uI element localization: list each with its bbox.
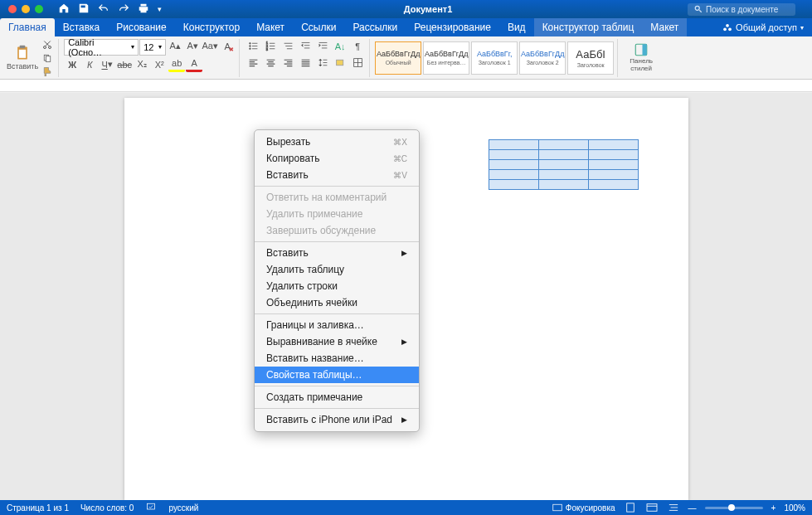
- decrease-font-icon[interactable]: A▾: [184, 39, 201, 54]
- align-left-icon[interactable]: [245, 56, 261, 70]
- svg-point-9: [49, 46, 51, 48]
- styles-gallery[interactable]: АаБбВвГгДдОбычныйАаБбВвГгДдБез интерва…А…: [372, 39, 618, 77]
- highlight-icon[interactable]: ab: [168, 57, 185, 72]
- tab-6[interactable]: Рассылки: [344, 18, 406, 36]
- styles-pane-button[interactable]: Панель стилей: [625, 42, 658, 73]
- svg-point-0: [695, 6, 699, 10]
- style-3[interactable]: АаБбВвГгДдЗаголовок 2: [519, 41, 566, 75]
- ctx-item-2[interactable]: Вставить⌘V: [255, 167, 419, 183]
- zoom-level[interactable]: 100%: [784, 503, 805, 513]
- svg-rect-22: [148, 503, 155, 509]
- tab-3[interactable]: Конструктор: [175, 18, 248, 36]
- svg-rect-24: [626, 503, 634, 512]
- ctx-item-16[interactable]: Свойства таблицы…: [255, 367, 419, 383]
- copy-icon[interactable]: [40, 52, 55, 64]
- ctx-item-8[interactable]: Вставить▶: [255, 245, 419, 261]
- ruler[interactable]: [0, 80, 812, 92]
- sort-icon[interactable]: A↓: [332, 39, 348, 54]
- italic-icon[interactable]: К: [81, 57, 98, 72]
- save-icon[interactable]: [78, 2, 90, 16]
- document-table[interactable]: [489, 139, 639, 190]
- line-spacing-icon[interactable]: [314, 56, 331, 70]
- share-button[interactable]: Общий доступ ▾: [722, 22, 804, 32]
- ctx-item-4: Ответить на комментарий: [255, 189, 419, 206]
- change-case-icon[interactable]: Aa▾: [202, 39, 218, 54]
- window-minimize-button[interactable]: [22, 5, 30, 13]
- ctx-item-0[interactable]: Вырезать⌘X: [255, 134, 419, 150]
- font-color-icon[interactable]: A: [186, 57, 202, 72]
- ctx-item-15[interactable]: Вставить название…: [255, 350, 419, 367]
- tab-7[interactable]: Рецензирование: [406, 18, 499, 36]
- outline-icon[interactable]: [667, 503, 680, 513]
- paste-button[interactable]: Вставить: [7, 45, 38, 70]
- strike-icon[interactable]: abc: [116, 57, 133, 72]
- home-icon[interactable]: [58, 2, 70, 16]
- svg-point-12: [249, 42, 250, 44]
- spellcheck-icon[interactable]: [145, 502, 157, 513]
- subscript-icon[interactable]: X₂: [134, 57, 150, 72]
- web-layout-icon[interactable]: [645, 503, 659, 513]
- cut-icon[interactable]: [40, 39, 55, 51]
- ctx-item-1[interactable]: Копировать⌘C: [255, 150, 419, 167]
- style-4[interactable]: АаБбIЗаголовок: [567, 41, 614, 75]
- style-2[interactable]: АаБбВвГг,Заголовок 1: [471, 41, 518, 75]
- clear-format-icon[interactable]: A✖: [219, 39, 236, 54]
- page-count[interactable]: Страница 1 из 1: [7, 503, 69, 513]
- tab-9[interactable]: Конструктор таблиц: [534, 18, 643, 36]
- tab-8[interactable]: Вид: [499, 18, 534, 36]
- tab-1[interactable]: Вставка: [55, 18, 109, 36]
- print-layout-icon[interactable]: [624, 503, 637, 513]
- justify-icon[interactable]: [297, 56, 314, 70]
- print-icon[interactable]: [138, 2, 149, 16]
- tab-10[interactable]: Макет: [642, 18, 687, 36]
- font-family-dropdown[interactable]: Calibri (Осно…▾: [64, 39, 139, 56]
- undo-icon[interactable]: [98, 2, 109, 16]
- search-input[interactable]: Поиск в документе: [688, 3, 795, 16]
- ctx-item-18[interactable]: Создать примечание: [255, 389, 419, 406]
- svg-point-14: [249, 48, 250, 50]
- user-icon[interactable]: [795, 4, 812, 14]
- focus-mode[interactable]: Фокусировка: [552, 503, 615, 513]
- borders-icon[interactable]: [349, 56, 366, 70]
- align-right-icon[interactable]: [280, 56, 296, 70]
- word-count[interactable]: Число слов: 0: [80, 503, 134, 513]
- zoom-in-icon[interactable]: +: [771, 503, 776, 513]
- redo-icon[interactable]: [118, 2, 129, 16]
- bullets-icon[interactable]: [245, 39, 261, 54]
- window-maximize-button[interactable]: [35, 5, 43, 13]
- indent-decrease-icon[interactable]: [297, 39, 314, 54]
- qat-customize-icon[interactable]: ▾: [158, 5, 162, 13]
- svg-point-4: [728, 27, 732, 31]
- format-painter-icon[interactable]: [40, 66, 55, 77]
- style-1[interactable]: АаБбВвГгДдБез интерва…: [423, 41, 469, 75]
- increase-font-icon[interactable]: A▴: [167, 39, 183, 54]
- font-size-dropdown[interactable]: 12▾: [139, 39, 166, 56]
- svg-rect-25: [647, 504, 657, 512]
- numbering-icon[interactable]: 123: [262, 39, 279, 54]
- bold-icon[interactable]: Ж: [64, 57, 80, 72]
- tab-4[interactable]: Макет: [248, 18, 293, 36]
- svg-point-8: [44, 46, 46, 48]
- svg-rect-18: [336, 60, 343, 66]
- show-marks-icon[interactable]: ¶: [349, 39, 366, 54]
- tab-2[interactable]: Рисование: [108, 18, 174, 36]
- superscript-icon[interactable]: X²: [151, 57, 168, 72]
- multilevel-icon[interactable]: [280, 39, 296, 54]
- ctx-item-20[interactable]: Вставить с iPhone или iPad▶: [255, 411, 419, 428]
- language[interactable]: русский: [168, 503, 198, 513]
- ctx-item-13[interactable]: Границы и заливка…: [255, 317, 419, 333]
- ctx-item-14[interactable]: Выравнивание в ячейке▶: [255, 333, 419, 350]
- shading-icon[interactable]: [332, 56, 348, 70]
- indent-increase-icon[interactable]: [314, 39, 331, 54]
- window-close-button[interactable]: [8, 5, 17, 13]
- ctx-item-9[interactable]: Удалить таблицу: [255, 261, 419, 278]
- style-0[interactable]: АаБбВвГгДдОбычный: [375, 41, 421, 75]
- tab-0[interactable]: Главная: [0, 18, 55, 36]
- align-center-icon[interactable]: [262, 56, 279, 70]
- zoom-slider[interactable]: [705, 507, 763, 509]
- ctx-item-11[interactable]: Объединить ячейки: [255, 294, 419, 311]
- ctx-item-10[interactable]: Удалить строки: [255, 278, 419, 294]
- underline-icon[interactable]: Ч▾: [99, 57, 115, 72]
- zoom-out-icon[interactable]: —: [688, 503, 697, 513]
- tab-5[interactable]: Ссылки: [293, 18, 344, 36]
